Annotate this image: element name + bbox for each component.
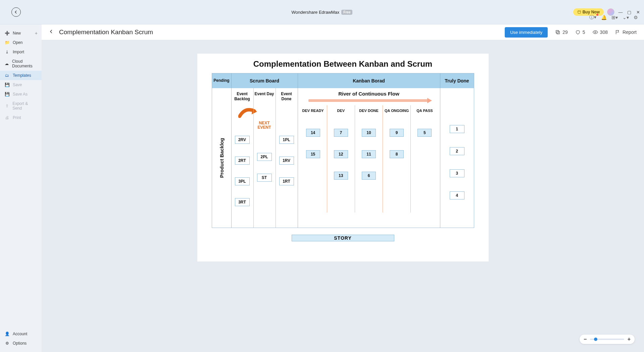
card: 3RT [235,198,250,206]
col-header-pending: Pending [212,73,232,88]
card: 1PL [279,136,294,144]
card: 2RT [235,157,250,165]
sidebar-item-templates[interactable]: 🗂Templates [0,71,42,80]
zoom-out-button[interactable]: − [584,336,587,342]
save-icon: 💾 [5,82,9,87]
card: 3 [450,169,464,177]
kan-qa-pass: QA PASS 5 [410,105,438,213]
kan-qa-ongoing: QA ONGOING 9 8 [383,105,410,213]
column-done: 1 2 3 4 [440,88,474,228]
folder-icon: 📁 [5,40,9,45]
card: 15 [306,150,320,158]
card: 13 [334,172,348,180]
card: 3PL [235,177,250,185]
stat-views[interactable]: 308 [593,30,608,35]
column-kanban: River of Continuous Flow DEV READY 14 15 [298,88,440,228]
column-scrum: Event Backlog 2RV 2RT 3PL 3RT Event Day [232,88,298,228]
templates-icon: 🗂 [5,73,9,78]
svg-rect-0 [557,31,560,34]
sidebar: ➕New+ 📁Open ⤓Import ☁Cloud Documents 🗂Te… [0,24,42,352]
minimize-button[interactable]: — [618,9,623,15]
maximize-button[interactable]: ▢ [627,9,632,15]
sidebar-item-cloud[interactable]: ☁Cloud Documents [0,57,42,71]
stat-copies[interactable]: 29 [555,30,568,35]
canvas-area[interactable]: Complementation Between Kanban and Scrum… [42,40,644,352]
card: 4 [450,191,464,199]
back-button[interactable] [11,7,21,17]
diagram-header-row: Pending Scrum Board Kanban Borad Truly D… [212,73,474,88]
account-icon: 👤 [5,332,9,336]
app-title: Wondershare EdrawMax [292,10,340,15]
col-header-done: Truly Done [440,73,474,88]
header-back-chevron[interactable] [49,29,54,35]
free-badge: Free [341,10,352,15]
sidebar-item-save[interactable]: 💾Save [0,80,42,90]
scrum-event-backlog: Event Backlog 2RV 2RT 3PL 3RT [232,88,253,228]
next-event-label: NEXT EVENT [257,121,271,130]
card: 10 [362,129,376,137]
sidebar-item-new[interactable]: ➕New+ [0,28,42,38]
use-immediately-button[interactable]: Use immediately [505,27,548,38]
zoom-slider[interactable] [590,339,624,340]
svg-point-2 [595,32,596,33]
kan-dev-ready: DEV READY 14 15 [299,105,327,213]
saveas-icon: 💾 [5,92,9,97]
diagram-title: Complementation Between Kanban and Scrum [197,59,489,69]
card: 6 [362,172,376,180]
card: 14 [306,129,320,137]
gear-icon[interactable]: ⚙ [634,15,638,20]
kanban-river-title: River of Continuous Flow [298,88,440,97]
zoom-control[interactable]: − + [580,335,635,344]
close-button[interactable]: ✕ [635,9,641,15]
story-box: STORY [292,235,394,241]
sidebar-item-saveas[interactable]: 💾Save As [0,90,42,99]
stat-likes[interactable]: 5 [575,30,585,35]
import-icon: ⤓ [5,50,9,54]
card: 12 [334,150,348,158]
kan-dev-done: DEV DONE 10 11 6 [355,105,383,213]
header-bar: Complementation Kanban Scrum Use immedia… [42,24,644,40]
export-icon: ⇪ [5,104,9,108]
card: 1RV [279,157,294,165]
sidebar-item-export[interactable]: ⇪Export & Send [0,99,42,113]
kan-dev: DEV 7 12 13 [327,105,355,213]
card: 8 [390,150,404,158]
sidebar-item-import[interactable]: ⤓Import [0,47,42,57]
scrum-event-done: Event Done 1PL 1RV 1RT [276,88,298,228]
bell-icon[interactable]: 🔔 [601,15,607,20]
card: ST [257,174,272,182]
card: 1RT [279,177,294,185]
cog-icon: ⚙ [5,341,9,346]
col-header-kanban: Kanban Borad [298,73,440,88]
card: 2PL [257,153,272,161]
col-header-scrum: Scrum Board [232,73,298,88]
zoom-in-button[interactable]: + [628,336,631,342]
help-icon[interactable]: ⓘ▾ [589,14,596,20]
column-pending: Product Backlog [212,88,232,228]
card: 11 [362,150,376,158]
sidebar-item-account[interactable]: 👤Account [0,329,42,339]
grid-icon[interactable]: ⊞▾ [611,15,618,20]
zoom-thumb[interactable] [594,338,597,341]
card: 1 [450,125,464,133]
diagram-canvas: Complementation Between Kanban and Scrum… [197,54,489,261]
filter-icon[interactable]: ⌄▾ [623,15,629,20]
scrum-event-day: Event Day NEXT EVENT 2PL ST [253,88,276,228]
plus-icon[interactable]: + [35,31,38,36]
sidebar-item-open[interactable]: 📁Open [0,38,42,47]
print-icon: 🖨 [5,115,9,120]
plus-square-icon: ➕ [5,31,9,36]
card: 5 [417,129,432,137]
titlebar: Wondershare EdrawMax Free Buy Now — ▢ ✕ [0,0,644,24]
card: 2RV [235,136,250,144]
river-arrow [308,99,429,102]
diagram: Pending Scrum Board Kanban Borad Truly D… [212,73,474,228]
cloud-icon: ☁ [5,61,9,66]
sidebar-item-options[interactable]: ⚙Options [0,339,42,348]
sidebar-item-print[interactable]: 🖨Print [0,113,42,122]
card: 2 [450,147,464,155]
card: 7 [334,129,348,137]
report-button[interactable]: Report [615,30,637,35]
card: 9 [390,129,404,137]
product-backlog-label: Product Backlog [219,138,225,178]
